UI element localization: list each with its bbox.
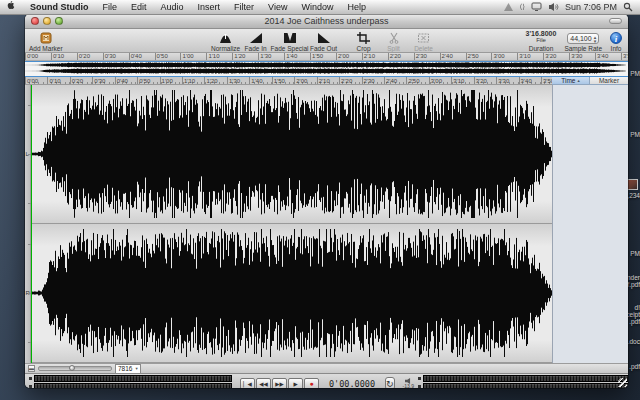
output-meters: [29, 375, 232, 389]
apple-menu-icon[interactable]: [0, 0, 23, 15]
duration-display: 3'16.8000 File Duration: [526, 30, 557, 52]
marker-name-header[interactable]: Marker: [590, 77, 628, 84]
overview-waveform-canvas[interactable]: [25, 62, 626, 74]
graph-menu-icon[interactable]: [503, 2, 514, 12]
menu-bar: Sound Studio File Edit Audio Insert Filt…: [0, 0, 640, 15]
fade-out-button[interactable]: Fade Out: [309, 30, 339, 52]
output-volume-indicator: -13.9: [403, 378, 414, 388]
overview-strip[interactable]: [25, 61, 628, 77]
normalize-icon: [219, 31, 232, 44]
code-menu-icon[interactable]: ⟨⟩: [520, 3, 525, 11]
sample-rate-label: Sample Rate: [564, 45, 602, 52]
fade-in-button[interactable]: Fade In: [241, 30, 271, 52]
ruler-tick: 3'50: [541, 77, 552, 85]
ruler-tick: 1'40: [249, 77, 262, 85]
ruler-tick: 2'50: [466, 53, 479, 60]
menu-insert[interactable]: Insert: [191, 0, 228, 14]
sample-rate-stepper[interactable]: 44,100 ▴▾: [567, 33, 599, 44]
display-menu-icon[interactable]: [531, 2, 542, 12]
loop-button[interactable]: ↻: [385, 377, 395, 388]
fast-forward-button[interactable]: ▶▶: [272, 378, 287, 389]
delete-label: Delete: [414, 45, 433, 52]
menu-edit[interactable]: Edit: [124, 0, 154, 14]
record-button[interactable]: ●: [304, 378, 319, 389]
output-meter-right: [34, 383, 232, 389]
ruler-tick: 1'20: [232, 53, 245, 60]
menu-filter[interactable]: Filter: [227, 0, 261, 14]
editor-content: L R: [25, 85, 628, 363]
transport-bar: ▏◀ ◀◀ ▶▶ ▶ ● 0'00.0000 ↻ -13.9 ▹▏: [25, 373, 628, 388]
ruler-tick: 3'10: [517, 53, 530, 60]
ruler-tick: 1'00: [180, 53, 193, 60]
rewind-button[interactable]: ◀◀: [256, 378, 271, 389]
split-button: Split: [379, 30, 409, 52]
ruler-tick: 1'10: [182, 77, 195, 85]
ruler-tick: 2'40: [440, 53, 453, 60]
zoom-strip: ▬ 7816 ▾: [25, 363, 628, 373]
time-ruler[interactable]: 0'000'100'200'300'400'501'001'101'201'30…: [25, 77, 552, 85]
ruler-tick: 3'00: [491, 53, 504, 60]
sound-studio-window: 2014 Joe Caithness underpass Add Marker …: [25, 14, 628, 388]
crop-icon: [357, 31, 370, 44]
marker-time-header[interactable]: Time ▴: [552, 77, 590, 84]
ruler-tick: 1'50: [310, 53, 323, 60]
add-marker-icon: [40, 31, 52, 44]
info-icon[interactable]: i: [610, 32, 622, 44]
toolbar: Add Marker Normalize Fade In Fade Specia…: [25, 29, 628, 53]
spotlight-icon[interactable]: [623, 2, 634, 12]
add-marker-button[interactable]: Add Marker: [29, 30, 63, 52]
sample-rate-value: 44,100: [570, 35, 591, 42]
menu-view[interactable]: View: [261, 0, 294, 14]
ruler-tick: 0'30: [103, 53, 116, 60]
sort-arrow-icon: ▴: [577, 78, 579, 83]
ruler-tick: 3'20: [474, 77, 487, 85]
fade-out-label: Fade Out: [310, 45, 337, 52]
input-meter-left: [423, 375, 628, 382]
resize-grip[interactable]: [618, 378, 627, 387]
zoom-value-field[interactable]: 7816 ▾: [115, 364, 141, 374]
ruler-tick: 0'00: [25, 53, 38, 60]
ruler-tick: 0'20: [70, 77, 83, 85]
input-meters: [418, 375, 628, 389]
ruler-tick: 0'50: [155, 53, 168, 60]
menu-app-name[interactable]: Sound Studio: [23, 0, 96, 14]
waveform-area[interactable]: [31, 85, 552, 363]
normalize-label: Normalize: [211, 45, 240, 52]
title-bar[interactable]: 2014 Joe Caithness underpass: [25, 14, 628, 29]
playhead-cursor[interactable]: [31, 85, 32, 363]
ruler-tick: 1'40: [284, 53, 297, 60]
menu-file[interactable]: File: [96, 0, 125, 14]
ruler-tick: 0'10: [51, 53, 64, 60]
waveform-canvas[interactable]: [31, 85, 552, 363]
ruler-tick: 0'20: [77, 53, 90, 60]
volume-menu-icon[interactable]: [548, 2, 559, 12]
menu-help[interactable]: Help: [340, 0, 373, 14]
split-icon: [388, 31, 400, 44]
crop-button[interactable]: Crop: [349, 30, 379, 52]
transport-buttons: ▏◀ ◀◀ ▶▶ ▶ ●: [240, 378, 319, 389]
menu-audio[interactable]: Audio: [154, 0, 191, 14]
duration-value: 3'16.8000: [526, 30, 557, 37]
overview-ruler[interactable]: 0'000'100'200'300'400'501'001'101'201'30…: [25, 53, 628, 61]
ruler-tick: 2'30: [362, 77, 375, 85]
go-to-start-button[interactable]: ▏◀: [240, 378, 255, 389]
ruler-tick: 3'10: [451, 77, 464, 85]
play-button[interactable]: ▶: [288, 378, 303, 389]
crop-label: Crop: [357, 45, 371, 52]
menu-window[interactable]: Window: [294, 0, 340, 14]
marker-list-header: Time ▴ Marker: [552, 77, 628, 85]
marker-list-body[interactable]: [552, 85, 628, 363]
playback-time-display: 0'00.0000: [329, 379, 375, 389]
zoom-slider-thumb[interactable]: [69, 365, 75, 371]
menu-clock[interactable]: Sun 7:06 PM: [565, 2, 617, 12]
fade-special-button[interactable]: Fade Special: [271, 30, 309, 52]
normalize-button[interactable]: Normalize: [211, 30, 241, 52]
meter-label-right: [29, 385, 32, 388]
zoom-value: 7816: [118, 365, 132, 372]
ruler-tick: 2'30: [414, 53, 427, 60]
ruler-tick: 3'00: [429, 77, 442, 85]
zoom-out-icon[interactable]: ▬: [28, 365, 35, 372]
toolbar-toggle-pill[interactable]: [609, 18, 622, 24]
zoom-slider[interactable]: [38, 366, 112, 371]
fade-special-icon: [283, 31, 297, 44]
